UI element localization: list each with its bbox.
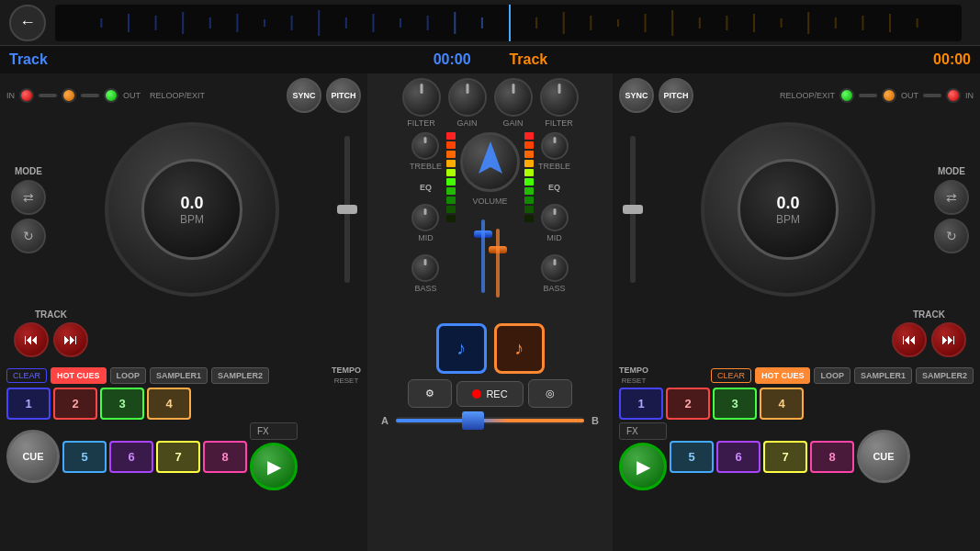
- left-hot-cues-tab[interactable]: HOT CUES: [51, 367, 107, 384]
- left-pitch-button[interactable]: PITCH: [326, 78, 361, 113]
- vu-meter-right: [524, 132, 535, 224]
- treble-left-knob[interactable]: [411, 132, 439, 160]
- right-bpm-label: BPM: [776, 213, 800, 226]
- svg-rect-25: [807, 12, 809, 34]
- right-swap-icon: ⇄: [946, 190, 957, 205]
- left-pitch-slider[interactable]: [333, 118, 361, 301]
- left-loop-tab[interactable]: LOOP: [110, 367, 147, 384]
- right-pad-8[interactable]: 8: [810, 441, 854, 473]
- left-mode-btn-2[interactable]: ↻: [11, 219, 46, 253]
- svg-rect-6: [264, 19, 265, 27]
- right-mode-btn-1[interactable]: ⇄: [934, 180, 969, 215]
- right-pad-3[interactable]: 3: [713, 388, 757, 420]
- right-mode-area: MODE ⇄ ↻: [929, 162, 974, 258]
- right-out-led[interactable]: [882, 88, 896, 103]
- right-pad-7[interactable]: 7: [763, 441, 807, 473]
- mid-left-knob[interactable]: [411, 204, 439, 231]
- right-pad-6[interactable]: 6: [716, 441, 760, 473]
- left-in-led[interactable]: [19, 88, 34, 103]
- left-play-button[interactable]: ▶: [250, 443, 298, 490]
- left-pad-3[interactable]: 3: [100, 388, 144, 420]
- svg-rect-48: [524, 197, 534, 204]
- crossfader-thumb[interactable]: [462, 411, 484, 430]
- right-pad-5[interactable]: 5: [670, 441, 714, 473]
- left-reset-label[interactable]: RESET: [334, 377, 359, 385]
- left-jog-wheel[interactable]: 0.0 BPM: [105, 118, 279, 301]
- right-fader-orange-line: [496, 229, 500, 298]
- left-pad-8[interactable]: 8: [203, 441, 247, 473]
- left-clear-button[interactable]: CLEAR: [6, 368, 47, 383]
- svg-rect-41: [524, 132, 534, 140]
- mid-right-knob[interactable]: [541, 204, 569, 231]
- load-right-button[interactable]: ♪: [494, 323, 545, 374]
- right-cue-label: CUE: [873, 451, 894, 462]
- right-mode-btn-2[interactable]: ↻: [934, 219, 969, 253]
- left-reloop-led[interactable]: [104, 88, 118, 103]
- left-in-label: IN: [6, 91, 15, 100]
- svg-rect-23: [753, 14, 755, 32]
- left-deck-labels: Track 00:00: [9, 51, 471, 68]
- svg-rect-34: [446, 169, 456, 176]
- svg-rect-49: [524, 206, 534, 213]
- filter-left-knob[interactable]: [402, 78, 441, 117]
- bass-left-knob[interactable]: [411, 254, 439, 282]
- right-deck-time: 00:00: [933, 51, 971, 68]
- eq-right-label[interactable]: EQ: [548, 183, 560, 192]
- target-icon: ◎: [546, 388, 555, 399]
- right-cue-button[interactable]: CUE: [857, 430, 910, 483]
- right-clear-button[interactable]: CLEAR: [711, 368, 751, 383]
- right-sync-button[interactable]: SYNC: [619, 78, 654, 113]
- right-pitch-thumb[interactable]: [623, 205, 643, 214]
- gain-right-knob[interactable]: [494, 78, 533, 117]
- target-button[interactable]: ◎: [528, 379, 572, 408]
- right-pitch-slider[interactable]: [619, 118, 647, 301]
- right-bottom-area: TEMPO RESET CLEAR HOT CUES LOOP SAMPLER1…: [614, 364, 978, 492]
- bass-right-knob[interactable]: [541, 254, 569, 282]
- svg-rect-1: [128, 14, 130, 32]
- gain-left-knob[interactable]: [448, 78, 487, 117]
- right-pad-4[interactable]: 4: [760, 388, 804, 420]
- left-prev-track-button[interactable]: ⏮: [14, 322, 49, 357]
- left-pad-4[interactable]: 4: [147, 388, 191, 420]
- left-cue-button[interactable]: CUE: [6, 430, 60, 483]
- left-sampler2-tab[interactable]: SAMPLER2: [211, 367, 269, 384]
- right-sampler2-tab[interactable]: SAMPLER2: [916, 367, 974, 384]
- left-pitch-label: PITCH: [332, 91, 356, 100]
- right-hot-cues-tab[interactable]: HOT CUES: [755, 367, 811, 384]
- right-pad-2[interactable]: 2: [666, 388, 710, 420]
- right-reloop-led[interactable]: [839, 88, 854, 103]
- right-loop-tab[interactable]: LOOP: [814, 367, 850, 384]
- left-pitch-thumb[interactable]: [337, 205, 357, 214]
- right-play-button[interactable]: ▶: [619, 443, 667, 490]
- svg-rect-26: [835, 17, 837, 28]
- right-pitch-button[interactable]: PITCH: [659, 78, 693, 113]
- right-in-led[interactable]: [946, 88, 961, 103]
- load-left-button[interactable]: ♪: [436, 323, 487, 374]
- left-fx-button[interactable]: FX: [250, 422, 298, 440]
- eq-left-label[interactable]: EQ: [420, 183, 432, 192]
- left-pad-5[interactable]: 5: [62, 441, 107, 473]
- back-button[interactable]: ←: [9, 5, 46, 41]
- eq-settings-button[interactable]: ⚙: [408, 379, 452, 408]
- right-fx-button[interactable]: FX: [619, 422, 667, 440]
- left-swap-icon: ⇄: [23, 190, 34, 205]
- right-jog-wheel[interactable]: 0.0 BPM: [701, 118, 875, 301]
- left-pad-7[interactable]: 7: [156, 441, 200, 473]
- right-reset-label[interactable]: RESET: [622, 377, 647, 385]
- right-pad-1[interactable]: 1: [619, 388, 663, 420]
- right-next-track-button[interactable]: ⏭: [931, 322, 966, 357]
- left-pad-1[interactable]: 1: [6, 388, 51, 420]
- left-mode-btn-1[interactable]: ⇄: [11, 180, 46, 215]
- right-prev-track-button[interactable]: ⏮: [892, 322, 927, 357]
- left-next-track-button[interactable]: ⏭: [53, 322, 88, 357]
- treble-right-knob[interactable]: [541, 132, 569, 160]
- right-sampler1-tab[interactable]: SAMPLER1: [854, 367, 912, 384]
- left-pad-6[interactable]: 6: [109, 441, 153, 473]
- filter-right-knob[interactable]: [540, 78, 579, 117]
- svg-rect-33: [446, 160, 456, 167]
- left-pad-2[interactable]: 2: [53, 388, 97, 420]
- left-sampler1-tab[interactable]: SAMPLER1: [150, 367, 208, 384]
- left-sync-button[interactable]: SYNC: [287, 78, 321, 113]
- rec-button[interactable]: REC: [456, 381, 523, 407]
- left-out-led[interactable]: [62, 88, 76, 103]
